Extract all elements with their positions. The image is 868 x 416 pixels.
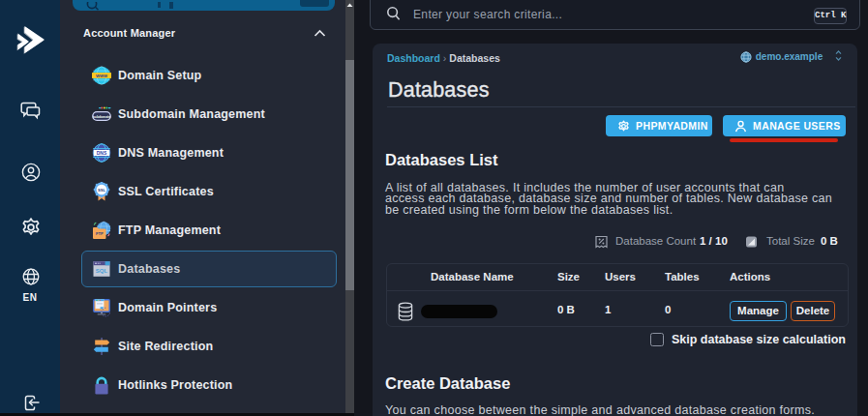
svg-text:subdomain: subdomain [93, 115, 110, 119]
svg-text:WWW: WWW [96, 74, 108, 78]
svg-text:FTP: FTP [96, 231, 104, 236]
svg-text:DNS: DNS [97, 150, 107, 156]
svg-text:SSL: SSL [98, 188, 106, 193]
svg-text:SQL: SQL [96, 268, 108, 274]
